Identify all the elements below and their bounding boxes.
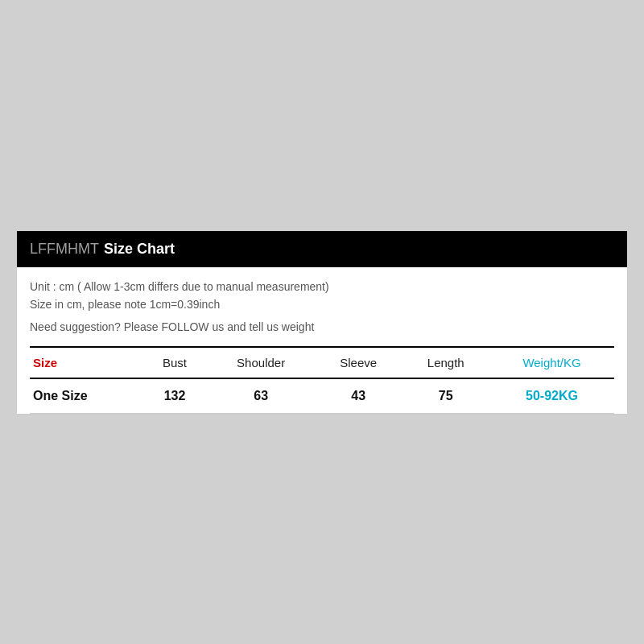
col-header-bust: Bust bbox=[142, 347, 208, 378]
card-body: Unit : cm ( Allow 1-3cm differs due to m… bbox=[17, 267, 627, 414]
col-header-weight: Weight/KG bbox=[489, 347, 614, 378]
brand-name: LFFMHMT bbox=[30, 241, 99, 258]
chart-title: Size Chart bbox=[104, 241, 175, 258]
col-header-shoulder: Shoulder bbox=[207, 347, 314, 378]
cell-sleeve: 43 bbox=[315, 378, 402, 414]
cell-length: 75 bbox=[402, 378, 489, 414]
cell-weight: 50-92KG bbox=[489, 378, 614, 414]
table-header-row: Size Bust Shoulder Sleeve Length Weight/… bbox=[30, 347, 614, 378]
suggestion-note: Need suggestion? Please FOLLOW us and te… bbox=[30, 320, 614, 333]
cell-shoulder: 63 bbox=[207, 378, 314, 414]
size-chart-card: LFFMHMT Size Chart Unit : cm ( Allow 1-3… bbox=[16, 230, 628, 415]
col-header-sleeve: Sleeve bbox=[315, 347, 402, 378]
conversion-note: Size in cm, please note 1cm=0.39inch bbox=[30, 298, 614, 311]
cell-bust: 132 bbox=[142, 378, 208, 414]
size-table: Size Bust Shoulder Sleeve Length Weight/… bbox=[30, 346, 614, 414]
col-header-size: Size bbox=[30, 347, 142, 378]
cell-size: One Size bbox=[30, 378, 142, 414]
table-row: One Size 132 63 43 75 50-92KG bbox=[30, 378, 614, 414]
unit-note: Unit : cm ( Allow 1-3cm differs due to m… bbox=[30, 280, 614, 293]
col-header-length: Length bbox=[402, 347, 489, 378]
card-header: LFFMHMT Size Chart bbox=[17, 231, 627, 267]
